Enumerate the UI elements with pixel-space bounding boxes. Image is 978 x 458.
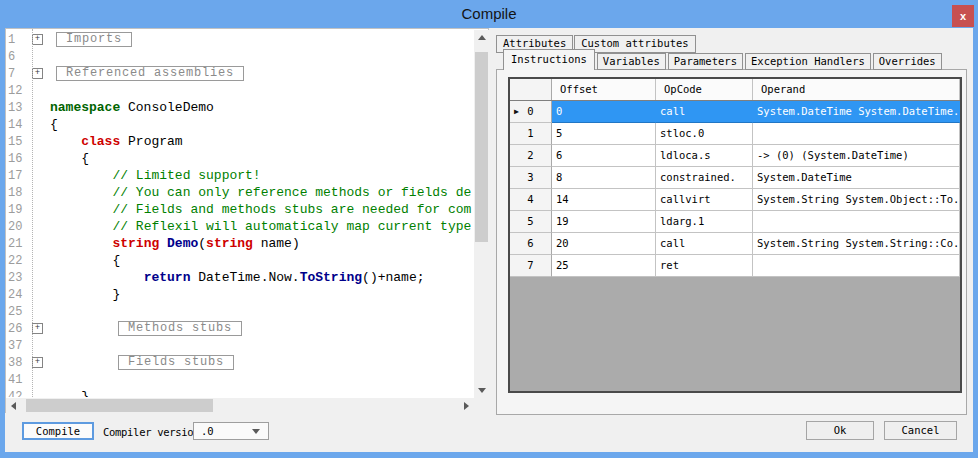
cell-operand[interactable] [753,211,960,233]
code-line[interactable]: 37 [6,337,474,354]
scroll-up-button[interactable] [474,30,489,45]
code-line[interactable]: 18 // You can only reference methods or … [6,184,474,201]
code-line[interactable]: 15 class Program [6,133,474,150]
instruction-row[interactable]: 26ldloca.s-> (0) (System.DateTime) [510,145,960,167]
cancel-button[interactable]: Cancel [884,421,957,440]
instruction-row[interactable]: 15stloc.0 [510,123,960,145]
row-header[interactable]: 1 [510,123,552,145]
cell-operand[interactable] [753,123,960,145]
code-line[interactable]: 24 } [6,286,474,303]
close-icon: x [960,10,966,22]
compiler-version-value: .0 [201,423,214,439]
code-line[interactable]: 17 // Limited support! [6,167,474,184]
cell-opcode[interactable]: ldarg.1 [656,211,753,233]
cell-operand[interactable]: System.String System.String::Co... [753,233,960,255]
cell-offset[interactable]: 20 [552,233,656,255]
vertical-scroll-thumb[interactable] [475,52,488,242]
code-line[interactable]: 13namespace ConsoleDemo [6,99,474,116]
ok-button[interactable]: Ok [806,421,874,440]
cell-offset[interactable]: 6 [552,145,656,167]
cell-opcode[interactable]: callvirt [656,189,753,211]
tab-overrides[interactable]: Overrides [873,53,942,70]
instructions-grid[interactable]: Offset OpCode Operand ▶00callSystem.Date… [508,77,962,393]
scroll-left-button[interactable] [6,398,21,413]
collapsed-region-box[interactable]: Fields stubs [118,355,234,370]
row-header[interactable]: 2 [510,145,552,167]
grid-header-operand[interactable]: Operand [753,79,960,100]
code-line[interactable]: 25 [6,303,474,320]
row-header[interactable]: 4 [510,189,552,211]
close-button[interactable]: x [952,5,974,27]
tab-instructions[interactable]: Instructions [503,49,595,70]
compiler-version-select[interactable]: .0 [193,422,269,440]
cell-offset[interactable]: 0 [552,101,656,123]
code-line[interactable]: 20 // Reflexil will automaticaly map cur… [6,218,474,235]
grid-header-offset[interactable]: Offset [552,79,656,100]
editor-vertical-scrollbar[interactable] [474,30,489,398]
row-header[interactable]: 5 [510,211,552,233]
row-header[interactable]: 6 [510,233,552,255]
code-line[interactable]: 22 { [6,252,474,269]
tab-exception-handlers[interactable]: Exception Handlers [745,53,871,70]
cell-operand[interactable]: System.DateTime [753,167,960,189]
code-line[interactable]: 1+Imports [6,31,474,48]
horizontal-scroll-thumb[interactable] [26,399,213,412]
cell-opcode[interactable]: constrained. [656,167,753,189]
code-line[interactable]: 6 [6,48,474,65]
fold-expand-icon[interactable]: + [32,323,43,334]
chevron-right-icon [464,402,473,410]
editor-horizontal-scrollbar[interactable] [6,398,474,413]
code-line[interactable]: 26+Methods stubs [6,320,474,337]
code-line[interactable]: 12 [6,82,474,99]
cell-offset[interactable]: 14 [552,189,656,211]
cell-operand[interactable]: -> (0) (System.DateTime) [753,145,960,167]
fold-expand-icon[interactable]: + [32,357,43,368]
cell-offset[interactable]: 8 [552,167,656,189]
code-text: return DateTime.Now.ToString()+name; [50,270,425,285]
cell-opcode[interactable]: ldloca.s [656,145,753,167]
cell-opcode[interactable]: stloc.0 [656,123,753,145]
collapsed-region-box[interactable]: Methods stubs [118,321,242,336]
tab-parameters[interactable]: Parameters [668,53,743,70]
instruction-row[interactable]: 414callvirtSystem.String System.Object::… [510,189,960,211]
instruction-row[interactable]: 519ldarg.1 [510,211,960,233]
cell-operand[interactable]: System.String System.Object::To... [753,189,960,211]
line-number: 41 [6,373,32,387]
grid-header-opcode[interactable]: OpCode [656,79,753,100]
cell-offset[interactable]: 19 [552,211,656,233]
scroll-down-button[interactable] [474,383,489,398]
collapsed-region-box[interactable]: Imports [56,32,132,47]
instruction-row[interactable]: 725ret [510,255,960,277]
code-text: string Demo(string name) [50,236,300,251]
scroll-right-button[interactable] [459,398,474,413]
cell-offset[interactable]: 5 [552,123,656,145]
code-line[interactable]: 38+Fields stubs [6,354,474,371]
code-line[interactable]: 23 return DateTime.Now.ToString()+name; [6,269,474,286]
cell-opcode[interactable]: call [656,233,753,255]
code-line[interactable]: 41 [6,371,474,388]
fold-expand-icon[interactable]: + [32,34,43,45]
titlebar[interactable]: Compile x [0,0,978,28]
compile-button[interactable]: Compile [22,422,94,440]
code-line[interactable]: 21 string Demo(string name) [6,235,474,252]
instruction-row[interactable]: 38constrained.System.DateTime [510,167,960,189]
code-line[interactable]: 42 } [6,388,474,397]
code-line[interactable]: 7+Referenced assemblies [6,65,474,82]
row-header[interactable]: 3 [510,167,552,189]
cell-opcode[interactable]: ret [656,255,753,277]
fold-expand-icon[interactable]: + [32,68,43,79]
code-line[interactable]: 16 { [6,150,474,167]
code-editor[interactable]: 1+Imports67+Referenced assemblies1213nam… [5,28,489,413]
cell-operand[interactable]: System.DateTime System.DateTime... [753,101,960,123]
collapsed-region-box[interactable]: Referenced assemblies [56,66,244,81]
instruction-row[interactable]: 620callSystem.String System.String::Co..… [510,233,960,255]
cell-opcode[interactable]: call [656,101,753,123]
row-header[interactable]: 7 [510,255,552,277]
code-line[interactable]: 19 // Fields and methods stubs are neede… [6,201,474,218]
tab-variables[interactable]: Variables [597,53,666,70]
cell-operand[interactable] [753,255,960,277]
cell-offset[interactable]: 25 [552,255,656,277]
code-line[interactable]: 14{ [6,116,474,133]
row-header[interactable]: ▶0 [510,101,552,123]
instruction-row[interactable]: ▶00callSystem.DateTime System.DateTime..… [510,101,960,123]
